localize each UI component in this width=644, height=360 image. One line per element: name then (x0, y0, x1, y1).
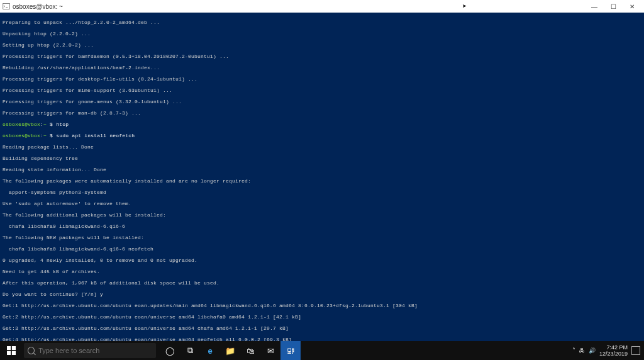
output-line: Setting up htop (2.2.0-2) ... (3, 42, 641, 48)
windows-logo-icon (7, 346, 16, 355)
app-window: ➤ osboxes@vbox: ~ — ☐ ✕ Preparing to unp… (0, 0, 644, 360)
output-line: Processing triggers for gnome-menus (3.3… (3, 99, 641, 104)
svg-rect-1 (7, 346, 11, 350)
output-line: The following additional packages will b… (3, 212, 641, 218)
output-line: 0 upgraded, 4 newly installed, 0 to remo… (3, 257, 641, 263)
windows-taskbar[interactable]: ◯ ⧉ e 📁 🛍 ✉ 🖳 ˄ 🖧 🔊 7:42 PM 12/23/2019 (0, 341, 644, 360)
terminal-viewport[interactable]: Preparing to unpack .../htop_2.2.0-2_amd… (0, 13, 644, 360)
output-line: Building dependency tree (3, 155, 641, 161)
output-line: apport-symptoms python3-systemd (3, 189, 641, 195)
output-line: Get:2 http://us.archive.ubuntu.com/ubunt… (3, 314, 641, 320)
maximize-button[interactable]: ☐ (604, 0, 623, 13)
output-line: Do you want to continue? [Y/n] y (3, 291, 641, 297)
output-line: Rebuilding /usr/share/applications/bamf-… (3, 65, 641, 70)
svg-rect-3 (7, 351, 11, 355)
taskbar-date: 12/23/2019 (599, 351, 628, 357)
terminal-taskbar-icon[interactable]: 🖳 (280, 341, 301, 360)
output-line: Processing triggers for bamfdaemon (0.5.… (3, 53, 641, 59)
network-icon[interactable]: 🖧 (579, 347, 585, 354)
search-input[interactable] (38, 347, 152, 354)
system-tray[interactable]: ˄ 🖧 🔊 7:42 PM 12/23/2019 (572, 344, 644, 357)
svg-rect-4 (12, 351, 16, 355)
output-line: chafa libchafa0 libmagickwand-6.q16-6 (3, 223, 641, 229)
taskbar-pinned-apps: ◯ ⧉ e 📁 🛍 ✉ 🖳 (160, 341, 301, 360)
window-title: osboxes@vbox: ~ (13, 3, 585, 10)
taskbar-clock[interactable]: 7:42 PM 12/23/2019 (599, 344, 628, 357)
task-view-icon[interactable]: ⧉ (180, 341, 200, 360)
mail-icon[interactable]: ✉ (260, 341, 280, 360)
search-icon (28, 347, 35, 354)
edge-icon[interactable]: e (200, 341, 220, 360)
prompt-line: osboxes@vbox:~ $ sudo apt install neofet… (3, 133, 641, 138)
command-apt-install: sudo apt install neofetch (56, 133, 135, 138)
file-explorer-icon[interactable]: 📁 (220, 341, 240, 360)
sound-icon[interactable]: 🔊 (589, 347, 596, 354)
output-line: Processing triggers for desktop-file-uti… (3, 76, 641, 82)
taskbar-search[interactable] (24, 343, 156, 358)
output-line: After this operation, 1,967 kB of additi… (3, 280, 641, 286)
minimize-button[interactable]: — (585, 0, 604, 13)
output-line: Get:3 http://us.archive.ubuntu.com/ubunt… (3, 325, 641, 331)
prompt-line: osboxes@vbox:~ $ htop (3, 121, 641, 127)
svg-rect-2 (12, 346, 16, 350)
command-htop: htop (56, 121, 69, 127)
taskbar-time: 7:42 PM (599, 344, 628, 351)
close-button[interactable]: ✕ (623, 0, 641, 13)
output-line: Preparing to unpack .../htop_2.2.0-2_amd… (3, 20, 641, 25)
terminal-app-icon (3, 3, 10, 10)
start-button[interactable] (0, 341, 23, 360)
output-line: Use 'sudo apt autoremove' to remove them… (3, 201, 641, 206)
output-line: Processing triggers for man-db (2.8.7-3)… (3, 110, 641, 116)
svg-rect-0 (3, 4, 10, 9)
cortana-icon[interactable]: ◯ (160, 341, 180, 360)
output-line: The following packages were automaticall… (3, 178, 641, 184)
output-line: chafa libchafa0 libmagickwand-6.q16-6 ne… (3, 246, 641, 252)
tray-chevron-up-icon[interactable]: ˄ (572, 347, 575, 354)
output-line: The following NEW packages will be insta… (3, 235, 641, 240)
titlebar[interactable]: osboxes@vbox: ~ — ☐ ✕ (0, 0, 644, 13)
output-line: Reading package lists... Done (3, 144, 641, 150)
store-icon[interactable]: 🛍 (240, 341, 260, 360)
output-line: Reading state information... Done (3, 167, 641, 172)
output-line: Get:1 http://us.archive.ubuntu.com/ubunt… (3, 303, 641, 308)
action-center-icon[interactable] (631, 346, 640, 355)
output-line: Processing triggers for mime-support (3.… (3, 87, 641, 93)
output-line: Unpacking htop (2.2.0-2) ... (3, 31, 641, 37)
output-line: Need to get 445 kB of archives. (3, 269, 641, 274)
window-controls: — ☐ ✕ (585, 0, 641, 13)
